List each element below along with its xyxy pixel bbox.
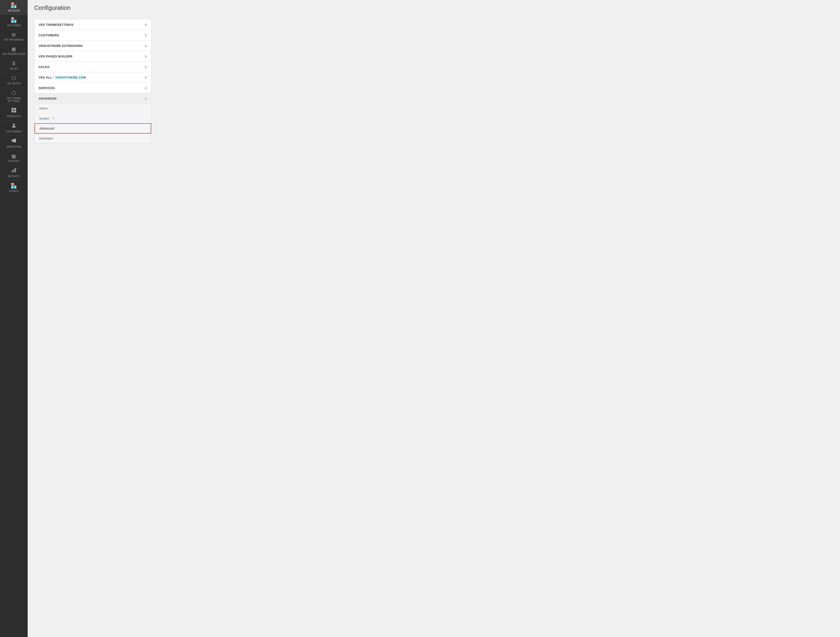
sidebar-item-ves-blog[interactable]: 🏪 VES BLOG [0,0,28,15]
customers-icon [11,123,16,129]
content-icon: ▦ [11,153,16,159]
svg-rect-6 [13,169,14,172]
ves-pagebuilder-icon: ▦ [11,46,16,52]
chevron-down-icon: ∨ [145,33,147,37]
reports-icon [11,167,16,174]
main-content: Configuration VES THEMESETTINGS ∨ CUSTOM… [28,0,840,637]
svg-rect-1 [14,108,16,110]
sidebar-item-label: MARKETING [6,145,21,148]
page-header: Configuration [28,0,840,14]
svg-rect-5 [12,170,13,172]
marketing-icon [11,138,16,145]
stores-icon: 🏪 [11,183,17,189]
sidebar-item-label: CUSTOMERS [6,130,22,133]
section-venustheme-extensions: VENUSTHEME EXTENSIONS ∨ [35,41,151,51]
sidebar-item-label: VES SETUP [7,82,21,85]
chevron-down-icon: ∨ [145,76,147,79]
sidebar-item-customers[interactable]: CUSTOMERS [0,120,28,136]
sales-icon: $ [13,60,16,66]
section-ves-pages-builder: VES PAGES BUILDER ∨ [35,51,151,61]
section-header-customers[interactable]: CUSTOMERS ∨ [35,30,151,40]
sub-item-developer[interactable]: Developer [35,134,151,143]
cursor-pointer-icon: ☞ [52,116,55,120]
section-header-advanced[interactable]: ADVANCED ∧ [35,93,151,104]
chevron-down-icon: ∨ [145,86,147,90]
ves-setup-icon: ⬡ [11,75,16,81]
page-title: Configuration [34,4,834,11]
sub-item-system[interactable]: System ☞ [35,113,151,123]
ves-theme-settings-icon: ⬡ [11,90,16,96]
sidebar-item-label: CONTENT [8,160,20,162]
chevron-down-icon: ∨ [145,54,147,58]
sidebar-item-label: PRODUCTS [7,115,21,118]
section-header-services[interactable]: SERVICES ∨ [35,83,151,93]
ves-megamenu-icon: ⊞ [12,32,16,38]
section-advanced: ADVANCED ∧ Admin System ☞ Advanced Devel… [35,93,151,143]
section-sales: SALES ∨ [35,61,151,72]
section-title: VENUSTHEME EXTENSIONS [39,44,83,47]
sidebar-item-ves-setup[interactable]: ⬡ VES SETUP [0,73,28,88]
section-title: VES THEMESETTINGS [39,23,74,27]
section-title: SERVICES [39,86,55,90]
sidebar-item-ves-theme-settings[interactable]: ⬡ VES THEME SETTINGS [0,88,28,105]
sidebar-item-marketing[interactable]: MARKETING [0,136,28,151]
chevron-up-icon: ∧ [145,96,147,100]
sidebar-item-label: VES BRAND [7,24,21,27]
advanced-sub-items: Admin System ☞ Advanced Developer [35,104,151,143]
sidebar-item-ves-megamenu[interactable]: ⊞ VES MEGAMENU [0,30,28,44]
config-panel: VES THEMESETTINGS ∨ CUSTOMERS ∨ VENUSTHE… [34,19,152,143]
chevron-down-icon: ∨ [145,65,147,69]
svg-rect-0 [11,108,14,110]
sidebar: 🏪 VES BLOG 🏪 VES BRAND ⊞ VES MEGAMENU ▦ … [0,0,28,637]
ves-all-link[interactable]: VENUSTHEME.COM [55,76,86,79]
section-header-venustheme-extensions[interactable]: VENUSTHEME EXTENSIONS ∨ [35,41,151,51]
section-services: SERVICES ∨ [35,83,151,93]
sub-item-advanced[interactable]: Advanced [35,123,151,134]
section-title: ADVANCED [39,97,57,100]
svg-rect-7 [15,168,16,172]
products-icon [11,107,16,114]
sidebar-item-label: REPORTS [8,175,20,178]
sidebar-item-ves-pagebuilder[interactable]: ▦ VES PAGEBUILDER [0,44,28,58]
svg-rect-3 [14,110,16,112]
section-title: CUSTOMERS [39,33,59,37]
sidebar-item-label: VES MEGAMENU [4,38,24,41]
section-header-sales[interactable]: SALES ∨ [35,61,151,72]
ves-brand-icon: 🏪 [11,17,17,23]
chevron-down-icon: ∨ [145,23,147,27]
section-ves-all: VES ALL - VENUSTHEME.COM ∨ [35,72,151,83]
sidebar-item-label: VES PAGEBUILDER [2,53,25,55]
section-header-ves-all[interactable]: VES ALL - VENUSTHEME.COM ∨ [35,72,151,82]
section-title: VES ALL - VENUSTHEME.COM [39,76,86,79]
sidebar-item-label: VES THEME SETTINGS [1,97,27,102]
section-title: VES PAGES BUILDER [39,55,73,58]
section-header-ves-themesettings[interactable]: VES THEMESETTINGS ∨ [35,19,151,30]
section-ves-themesettings: VES THEMESETTINGS ∨ [35,19,151,30]
sidebar-item-reports[interactable]: REPORTS [0,165,28,180]
section-customers: CUSTOMERS ∨ [35,30,151,41]
svg-point-4 [13,123,15,125]
sidebar-item-label: VES BLOG [8,9,20,12]
sub-item-admin[interactable]: Admin [35,104,151,113]
chevron-down-icon: ∨ [145,44,147,47]
svg-rect-2 [11,110,14,112]
content-area: VES THEMESETTINGS ∨ CUSTOMERS ∨ VENUSTHE… [28,14,840,637]
sidebar-item-sales[interactable]: $ SALES [0,58,28,73]
ves-blog-icon: 🏪 [11,2,17,8]
section-title: SALES [39,65,49,69]
sidebar-item-ves-brand[interactable]: 🏪 VES BRAND [0,15,28,30]
sidebar-item-label: STORES [9,190,19,192]
sidebar-item-label: SALES [10,68,18,70]
section-header-ves-pages-builder[interactable]: VES PAGES BUILDER ∨ [35,51,151,61]
sidebar-item-products[interactable]: PRODUCTS [0,105,28,120]
sidebar-item-content[interactable]: ▦ CONTENT [0,151,28,165]
sidebar-item-stores[interactable]: 🏪 STORES [0,180,28,195]
